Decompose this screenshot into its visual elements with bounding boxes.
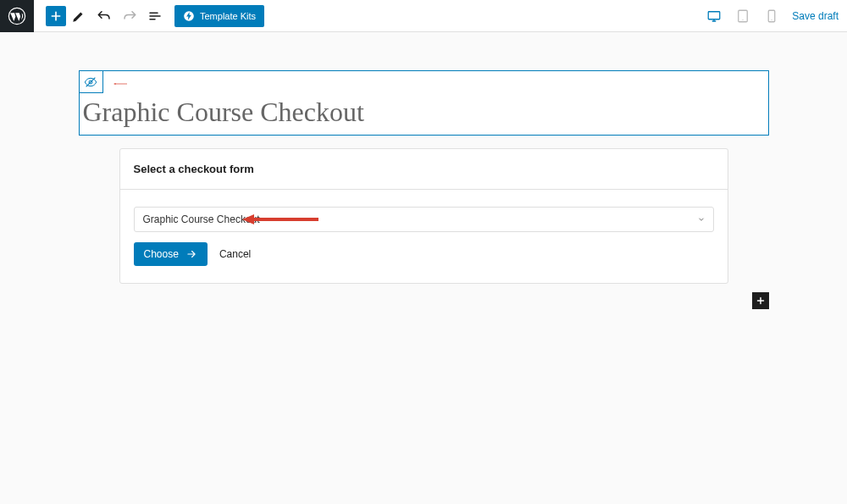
svg-point-6	[772, 19, 772, 19]
svg-rect-8	[114, 84, 126, 85]
save-draft-link[interactable]: Save draft	[792, 10, 839, 22]
add-block-button[interactable]	[46, 6, 66, 26]
checkout-form-select[interactable]: Graphic Course Checkout	[134, 207, 714, 232]
choose-button[interactable]: Choose	[134, 242, 208, 266]
mobile-icon	[764, 8, 779, 24]
svg-marker-9	[113, 83, 115, 85]
svg-marker-11	[242, 214, 254, 224]
pencil-icon	[71, 8, 86, 24]
checkout-form-panel: Select a checkout form Graphic Course Ch…	[119, 148, 728, 284]
template-kits-button[interactable]: Template Kits	[174, 5, 264, 27]
title-block[interactable]: Graphic Course Checkout	[79, 70, 769, 136]
tablet-icon	[735, 8, 750, 24]
bolt-icon	[183, 10, 195, 22]
block-visibility-tab[interactable]	[80, 71, 103, 93]
svg-rect-2	[709, 11, 721, 19]
wordpress-icon	[8, 7, 26, 25]
undo-button[interactable]	[91, 6, 117, 26]
tablet-view-button[interactable]	[734, 8, 751, 25]
toolbar-left-group: Template Kits	[0, 0, 264, 31]
wordpress-logo[interactable]	[0, 0, 34, 32]
page-title[interactable]: Graphic Course Checkout	[80, 93, 768, 135]
desktop-view-button[interactable]	[706, 8, 722, 25]
document-outline-button[interactable]	[142, 6, 168, 26]
mobile-view-button[interactable]	[763, 8, 780, 25]
arrow-right-icon	[185, 248, 197, 260]
svg-point-4	[743, 19, 744, 19]
redo-button[interactable]	[117, 6, 142, 26]
toolbar-right-group: Save draft	[706, 8, 847, 25]
annotation-arrow-1	[113, 77, 127, 91]
form-panel-header: Select a checkout form	[120, 149, 728, 190]
choose-button-label: Choose	[144, 248, 179, 260]
desktop-icon	[706, 8, 722, 24]
editor-canvas: Graphic Course Checkout Select a checkou…	[0, 32, 847, 504]
annotation-arrow-2	[242, 214, 318, 224]
cancel-button[interactable]: Cancel	[219, 248, 251, 260]
plus-icon	[755, 295, 767, 307]
editor-toolbar: Template Kits Save draft	[0, 0, 847, 32]
form-select-wrap: Graphic Course Checkout	[134, 207, 714, 232]
page-container: Graphic Course Checkout Select a checkou…	[79, 70, 769, 504]
undo-icon	[97, 8, 112, 24]
svg-rect-10	[251, 218, 318, 221]
list-icon	[147, 8, 163, 24]
eye-slash-icon	[84, 75, 97, 89]
form-actions: Choose Cancel	[134, 242, 714, 266]
edit-mode-button[interactable]	[66, 6, 91, 26]
plus-icon	[49, 9, 63, 23]
form-panel-body: Graphic Course Checkout Choose	[120, 190, 728, 283]
add-block-inline-button[interactable]	[752, 292, 769, 309]
template-kits-label: Template Kits	[200, 11, 256, 21]
redo-icon	[122, 8, 137, 24]
